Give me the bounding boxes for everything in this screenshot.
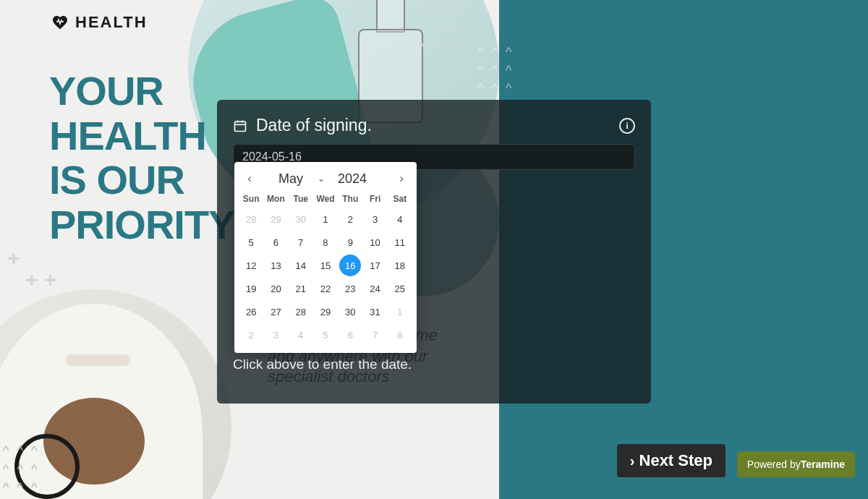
calendar-day[interactable]: 3 xyxy=(265,324,286,346)
calendar-day[interactable]: 13 xyxy=(265,255,286,276)
calendar-day[interactable]: 27 xyxy=(265,301,286,323)
chevron-down-icon: ⌄ xyxy=(318,174,325,184)
calendar-day[interactable]: 10 xyxy=(365,231,386,253)
calendar-day[interactable]: 28 xyxy=(240,208,262,230)
calendar-day[interactable]: 29 xyxy=(265,208,286,230)
calendar-day[interactable]: 5 xyxy=(315,324,336,346)
calendar-day[interactable]: 3 xyxy=(365,208,386,230)
info-icon[interactable]: i xyxy=(619,118,635,134)
calendar-day[interactable]: 12 xyxy=(240,255,262,276)
powered-prefix: Powered by xyxy=(747,459,801,470)
headline-line: PRIORITY xyxy=(49,202,234,247)
calendar-day[interactable]: 2 xyxy=(240,324,262,346)
heart-pulse-icon xyxy=(51,14,69,31)
calendar-day[interactable]: 9 xyxy=(339,231,361,253)
calendar-day[interactable]: 15 xyxy=(315,255,336,276)
calendar-icon xyxy=(233,119,247,133)
calendar-day[interactable]: 30 xyxy=(339,301,361,323)
weekday-label: Fri xyxy=(362,191,387,207)
calendar-day[interactable]: 24 xyxy=(365,278,386,299)
headline-line: YOUR xyxy=(49,69,234,114)
chevron-right-icon: › xyxy=(630,453,635,469)
weekday-label: Wed xyxy=(313,191,338,207)
page-headline: YOUR HEALTH IS OUR PRIORITY xyxy=(49,69,234,247)
calendar-day[interactable]: 14 xyxy=(290,255,312,276)
calendar-day[interactable]: 4 xyxy=(389,208,411,230)
prev-month-button[interactable]: ‹ xyxy=(242,171,258,187)
weekday-label: Mon xyxy=(263,191,288,207)
headline-line: HEALTH xyxy=(49,114,234,158)
calendar-day[interactable]: 6 xyxy=(339,324,361,346)
plus-decoration: + xyxy=(7,246,20,270)
calendar-day[interactable]: 30 xyxy=(290,208,312,230)
calendar-day[interactable]: 26 xyxy=(240,301,262,323)
weekday-header: SunMonTueWedThuFriSat xyxy=(234,189,417,208)
calendar-day[interactable]: 11 xyxy=(389,231,411,253)
year-label[interactable]: 2024 xyxy=(338,171,367,187)
calendar-day[interactable]: 5 xyxy=(240,231,262,253)
calendar-day[interactable]: 17 xyxy=(365,255,386,276)
calendar-day[interactable]: 4 xyxy=(290,324,312,346)
calendar-day[interactable]: 1 xyxy=(389,301,411,323)
calendar-day[interactable]: 6 xyxy=(265,231,286,253)
modal-title: Date of signing. xyxy=(256,116,372,135)
calendar-day[interactable]: 8 xyxy=(389,324,411,346)
calendar-day[interactable]: 31 xyxy=(365,301,386,323)
svg-rect-0 xyxy=(235,121,246,131)
calendar-day[interactable]: 22 xyxy=(315,278,336,299)
chevron-decoration: ^ ^ ^^ ^ ^^ ^ ^ xyxy=(418,2,454,57)
modal-hint: Click above to enter the date. xyxy=(233,357,635,372)
powered-brand: Teramine xyxy=(801,459,845,470)
calendar-day[interactable]: 21 xyxy=(290,278,312,299)
calendar-day[interactable]: 2 xyxy=(339,208,361,230)
month-select[interactable]: May ⌄ xyxy=(278,171,325,187)
logo: HEALTH xyxy=(51,13,148,32)
calendar-day[interactable]: 28 xyxy=(290,301,312,323)
weekday-label: Tue xyxy=(289,191,313,207)
next-month-button[interactable]: › xyxy=(393,171,409,187)
calendar-day[interactable]: 20 xyxy=(265,278,286,299)
calendar-day[interactable]: 18 xyxy=(389,255,411,276)
weekday-label: Thu xyxy=(338,191,362,207)
calendar-nav: ‹ May ⌄ 2024 › xyxy=(234,166,417,189)
calendar-popup: ‹ May ⌄ 2024 › SunMonTueWedThuFriSat 282… xyxy=(234,162,417,353)
calendar-day[interactable]: 1 xyxy=(315,208,336,230)
next-step-label: Next Step xyxy=(639,451,712,470)
calendar-day[interactable]: 29 xyxy=(315,301,336,323)
month-label: May xyxy=(278,171,303,187)
chevron-decoration: ^ ^ ^^ ^ ^^ ^ ^ xyxy=(477,43,514,98)
headline-line: IS OUR xyxy=(49,158,234,202)
weekday-label: Sat xyxy=(388,191,412,207)
calendar-day[interactable]: 19 xyxy=(240,278,262,299)
calendar-day[interactable]: 25 xyxy=(389,278,411,299)
calendar-day[interactable]: 7 xyxy=(365,324,386,346)
modal-header: Date of signing. i xyxy=(233,116,635,135)
calendar-day[interactable]: 23 xyxy=(339,278,361,299)
calendar-day[interactable]: 8 xyxy=(315,231,336,253)
plus-decoration: + + xyxy=(25,268,56,292)
weekday-label: Sun xyxy=(239,191,263,207)
calendar-day[interactable]: 16 xyxy=(339,255,361,276)
logo-text: HEALTH xyxy=(75,13,148,32)
next-step-button[interactable]: › Next Step xyxy=(617,444,726,477)
calendar-days-grid: 2829301234567891011121314151617181920212… xyxy=(234,208,417,346)
calendar-day[interactable]: 7 xyxy=(290,231,312,253)
powered-by-badge[interactable]: Powered byTeramine xyxy=(737,451,855,477)
chevron-decoration: ^ ^ ^^ ^ ^^ ^ ^ xyxy=(3,442,39,497)
